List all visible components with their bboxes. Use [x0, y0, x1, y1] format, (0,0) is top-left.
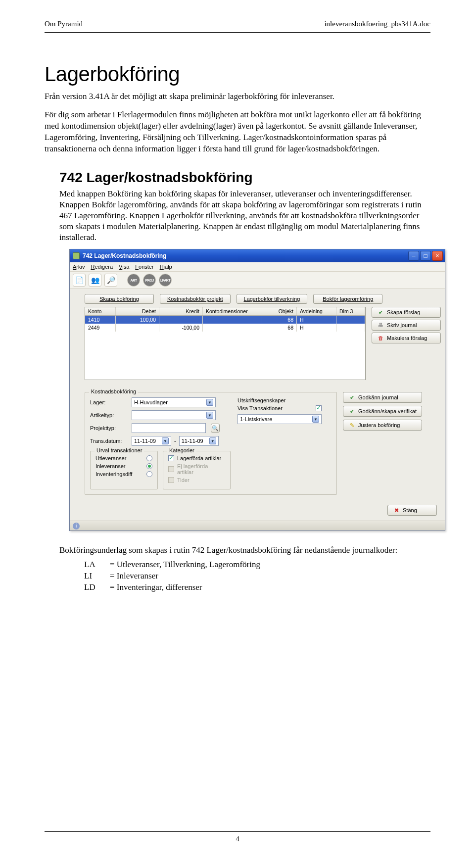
menu-redigera[interactable]: Redigera: [91, 264, 113, 270]
godkann-skapa-verifikat-button[interactable]: ✔ Godkänn/skapa verifikat: [343, 406, 422, 417]
toolbar-users-icon[interactable]: 👥: [89, 274, 101, 287]
window-title: 742 Lager/Kostnadsbokföring: [83, 252, 166, 259]
justera-bokforing-button[interactable]: ✎ Justera bokföring: [343, 420, 422, 431]
transdatum-from[interactable]: 11-11-09 ▼: [132, 436, 171, 446]
lager-combo[interactable]: H-Huvudlager ▼: [132, 397, 216, 407]
delete-icon: 🗑: [377, 335, 384, 341]
toolbar-art-button[interactable]: ART: [127, 274, 140, 287]
inleveranser-radio[interactable]: [146, 463, 152, 469]
lager-label: Lager:: [90, 399, 129, 405]
col-dim3: Dim 3: [336, 307, 365, 315]
col-kontodimensioner: Kontodimensioner: [203, 307, 262, 315]
header-rule: [45, 32, 430, 33]
tab-bokfor-lageromforing[interactable]: Bokför lageromföring: [313, 294, 382, 304]
intro-p1: Från version 3.41A är det möjligt att sk…: [45, 91, 430, 102]
col-objekt: Objekt: [262, 307, 297, 315]
chevron-down-icon: ▼: [209, 437, 216, 444]
toolbar-proj-button[interactable]: PROJ: [143, 274, 156, 287]
makulera-forslag-button[interactable]: 🗑 Makulera förslag: [372, 333, 441, 343]
kostnadsbokforing-frame: Kostnadsbokföring Lager: H-Huvudlager ▼ …: [85, 392, 337, 495]
close-icon: ✖: [393, 507, 400, 514]
skapa-forslag-button[interactable]: ✔ Skapa förslag: [372, 307, 441, 318]
tider-check: [168, 477, 174, 483]
toolbar-new-icon[interactable]: 📄: [73, 274, 86, 287]
menubar: AArkivrkiv Redigera Visa Fönster Hjälp: [70, 262, 445, 272]
minimize-button[interactable]: –: [408, 251, 419, 261]
header-right: inleveransbokfoering_pbs341A.doc: [324, 20, 430, 28]
grid-header: Konto Debet Kredit Kontodimensioner Obje…: [85, 307, 365, 316]
chevron-down-icon: ▼: [162, 437, 169, 444]
table-row[interactable]: 1410 100,00 68 H: [85, 316, 365, 324]
col-avdelning: Avdelning: [297, 307, 336, 315]
chevron-down-icon: ▼: [206, 412, 213, 419]
menu-hjalp[interactable]: Hjälp: [160, 264, 172, 270]
tab-kostnadsbokfor-projekt[interactable]: Kostnadsbokför projekt: [160, 294, 231, 304]
status-bar: i: [70, 521, 445, 530]
toolbar-search-icon[interactable]: 🔎: [104, 274, 117, 287]
kat-legend: Kategorier: [167, 447, 196, 453]
chevron-down-icon: ▼: [312, 416, 319, 423]
utleveranser-radio[interactable]: [146, 455, 152, 461]
ej-lagerforda-check: [168, 466, 174, 472]
urval-legend: Urval transaktioner: [95, 447, 144, 453]
visa-transaktioner-check[interactable]: [316, 405, 322, 411]
transdatum-label: Trans.datum:: [90, 438, 129, 444]
urval-frame: Urval transaktioner Utleveranser Inlever…: [90, 451, 158, 489]
footer-rule: [45, 831, 430, 832]
header-left: Om Pyramid: [45, 20, 83, 28]
menu-visa[interactable]: Visa: [119, 264, 129, 270]
edit-icon: ✎: [348, 422, 355, 429]
check-icon: ✔: [377, 309, 384, 316]
inventeringsdiff-radio[interactable]: [146, 471, 152, 477]
toolbar-lfakt-button[interactable]: LFAKT: [159, 274, 172, 287]
titlebar: 742 Lager/Kostnadsbokföring – □ ×: [70, 249, 445, 262]
app-window: 742 Lager/Kostnadsbokföring – □ × AArkiv…: [69, 249, 445, 531]
projekttyp-label: Projekttyp:: [90, 425, 129, 431]
kategorier-frame: Kategorier Lagerförda artiklar Ej lagerf…: [163, 451, 231, 489]
col-kredit: Kredit: [159, 307, 203, 315]
tab-bar: Skapa bokföring Kostnadsbokför projekt L…: [70, 289, 445, 304]
col-konto: Konto: [85, 307, 116, 315]
toolbar: 📄 👥 🔎 ART PROJ LFAKT: [70, 272, 445, 289]
section-paragraph: Med knappen Bokföring kan bokföring skap…: [59, 189, 430, 243]
print-icon: 🖶: [377, 322, 384, 329]
lagerforda-check[interactable]: [168, 455, 174, 461]
maximize-button[interactable]: □: [420, 251, 431, 261]
menu-arkiv[interactable]: AArkivrkiv: [73, 264, 85, 270]
menu-fonster[interactable]: Fönster: [135, 264, 153, 270]
page-title: Lagerbokföring: [45, 62, 430, 86]
table-row[interactable]: 2449 -100,00 68 H: [85, 324, 365, 332]
info-icon: i: [73, 523, 80, 530]
projekttyp-input[interactable]: [132, 423, 206, 433]
transdatum-to[interactable]: 11-11-09 ▼: [179, 436, 219, 446]
section-heading: 742 Lager/kostnadsbokföring: [59, 170, 430, 186]
check-icon: ✔: [348, 394, 355, 401]
page-number: 4: [45, 835, 430, 843]
utskrift-label: Utskriftsegenskaper: [238, 397, 332, 403]
intro-block: Från version 3.41A är det möjligt att sk…: [45, 91, 430, 155]
intro-p2: För dig som arbetar i Flerlagermodulen f…: [45, 109, 430, 155]
close-button[interactable]: ×: [432, 251, 443, 261]
journal-code-list: LA= Utleveranser, Tillverkning, Lageromf…: [84, 559, 416, 593]
skriv-journal-button[interactable]: 🖶 Skriv journal: [372, 320, 441, 331]
artikeltyp-label: Artikeltyp:: [90, 412, 129, 418]
after-paragraph: Bokföringsunderlag som skapas i rutin 74…: [59, 545, 416, 556]
app-icon: [73, 252, 80, 259]
chevron-down-icon: ▼: [206, 399, 213, 406]
artikeltyp-combo[interactable]: ▼: [132, 410, 216, 420]
stang-button[interactable]: ✖ Stäng: [387, 505, 437, 516]
frame-legend: Kostnadsbokföring: [89, 388, 138, 394]
search-icon[interactable]: 🔍: [211, 424, 220, 433]
tab-skapa-bokforing[interactable]: Skapa bokföring: [85, 294, 154, 304]
tab-lagerbokfor-tillverkning[interactable]: Lagerbokför tillverkning: [237, 294, 308, 304]
godkann-journal-button[interactable]: ✔ Godkänn journal: [343, 392, 422, 403]
skrivare-combo[interactable]: 1-Listskrivare ▼: [238, 414, 322, 424]
col-debet: Debet: [116, 307, 159, 315]
bookkeeping-grid[interactable]: Konto Debet Kredit Kontodimensioner Obje…: [85, 307, 366, 380]
check-icon: ✔: [348, 408, 355, 415]
